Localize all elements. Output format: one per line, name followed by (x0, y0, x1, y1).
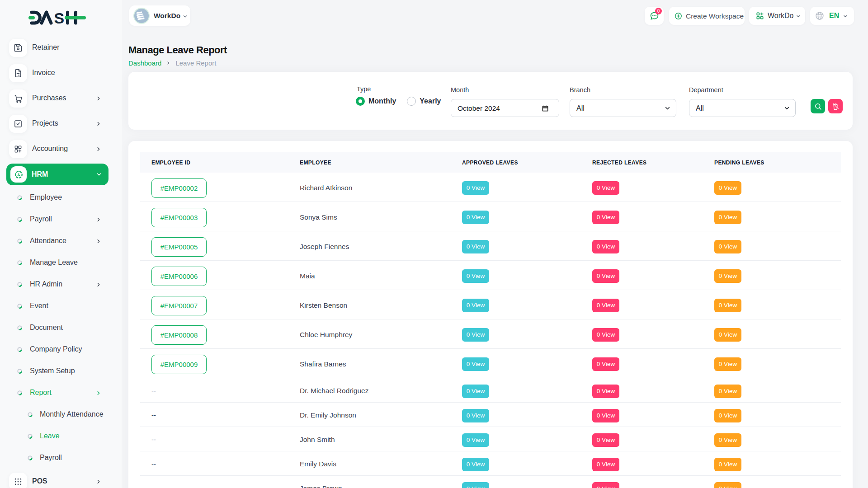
svg-text:S: S (54, 9, 65, 26)
